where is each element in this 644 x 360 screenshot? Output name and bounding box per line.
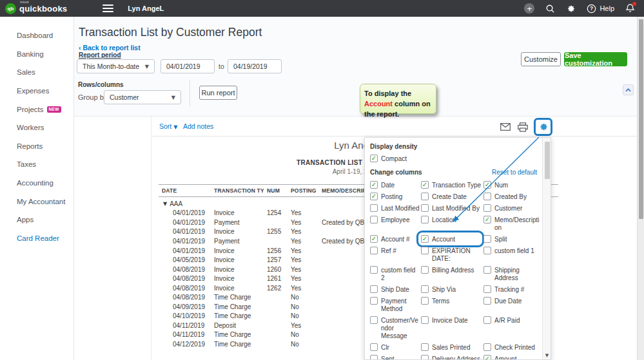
create-button[interactable]: + [524,3,534,14]
column-checkbox-tracking[interactable]: Tracking # [483,285,540,294]
column-checkbox-custom-field-2[interactable]: custom field 2 [370,266,420,282]
column-checkbox-customer-vendor-message[interactable]: Customer/Vendor Message [370,316,420,340]
sidebar-item-banking[interactable]: Banking [0,45,73,64]
column-checkbox-billing-address[interactable]: Billing Address [421,266,483,274]
column-checkbox-customer[interactable]: Customer [483,204,540,213]
sidebar-item-label: Accounting [17,179,54,187]
cell-num: 1254 [264,209,288,218]
column-checkbox-last-modified-by[interactable]: Last Modified By [421,204,483,213]
column-label: Posting [381,193,402,201]
column-checkbox-memo-description[interactable]: ✓Memo/Description [483,216,540,232]
print-button[interactable] [516,120,529,133]
notifications-button[interactable] [625,3,635,14]
page-scrollbar[interactable] [637,17,644,360]
column-checkbox-split[interactable]: Split [483,235,540,243]
column-checkbox-account[interactable]: ✓Account [421,235,483,243]
column-header-transaction-type[interactable]: TRANSACTION TYPE [211,186,264,196]
column-checkbox-terms[interactable]: Terms [421,297,483,305]
sidebar-item-label: Projects [17,106,44,113]
search-icon [545,4,555,14]
unchecked-checkbox-icon [370,247,378,254]
sidebar-item-my-accountant[interactable]: My Accountant [0,192,73,211]
column-checkbox-a-r-paid[interactable]: A/R Paid [483,316,540,325]
column-checkbox-expiration-date[interactable]: EXPIRATION DATE: [421,247,483,263]
cell-num: 1262 [264,283,288,293]
date-from-input[interactable] [161,59,215,73]
scroll-down-icon[interactable]: ▼ [543,353,551,358]
page-scrollbar-thumb[interactable] [639,19,643,219]
column-checkbox-ship-date[interactable]: Ship Date [370,285,420,294]
sidebar-item-taxes[interactable]: Taxes [0,155,73,174]
column-checkbox-custom-field-1[interactable]: custom field 1 [483,247,540,255]
email-button[interactable] [499,120,512,133]
customize-button[interactable]: Customize [521,52,561,66]
sidebar-item-accounting[interactable]: Accounting [0,174,73,193]
column-checkbox-created-by[interactable]: Created By [483,193,540,201]
report-period-select[interactable]: This Month-to-date▼ [77,59,155,73]
column-checkbox-employee[interactable]: Employee [370,216,420,224]
cell-date: 04/01/2019 [159,246,211,256]
panel-scrollbar[interactable]: ▼ [542,138,551,359]
column-checkbox-last-modified[interactable]: Last Modified [370,204,420,213]
sort-dropdown[interactable]: Sort ▼ [159,122,177,130]
reset-to-default-link[interactable]: Reset to default [492,169,537,176]
tooltip-highlight: Account [364,100,393,108]
sidebar-item-dashboard[interactable]: Dashboard [0,26,73,45]
column-checkbox-clr[interactable]: Clr [370,343,420,352]
column-checkbox-location[interactable]: Location [421,216,483,224]
cell-num [264,321,288,330]
settings-button[interactable] [566,4,576,14]
column-checkbox-ref[interactable]: Ref # [370,247,420,255]
back-to-report-list-link[interactable]: ‹ Back to report list [79,44,141,52]
panel-scrollbar-thumb[interactable] [545,142,550,179]
sidebar-item-label: Banking [17,50,44,58]
collapse-section-button[interactable] [623,84,634,95]
report-settings-button[interactable] [534,118,552,136]
add-notes-link[interactable]: Add notes [183,122,213,130]
column-checkbox-transaction-type[interactable]: ✓Transaction Type [421,181,483,189]
cell-type: Invoice [211,283,264,293]
sidebar-item-projects[interactable]: ProjectsNEW [0,100,73,118]
date-to-input[interactable] [228,59,282,73]
brand-name: quickbooks [19,4,67,14]
column-checkbox-amount[interactable]: ✓Amount [483,355,540,360]
column-checkbox-date[interactable]: ✓Date [370,181,420,189]
run-report-button[interactable]: Run report [199,86,237,100]
sidebar-item-label: Card Reader [17,234,59,242]
column-checkbox-delivery-address[interactable]: Delivery Address [421,355,483,360]
help-button[interactable]: ? Help [587,4,614,14]
checked-checkbox-icon: ✓ [421,235,429,243]
column-checkbox-create-date[interactable]: Create Date [421,193,483,201]
column-checkbox-invoice-date[interactable]: Invoice Date [421,316,483,325]
column-checkbox-account[interactable]: ✓Account # [370,235,420,243]
compact-checkbox[interactable]: ✓ Compact [370,155,537,163]
quickbooks-logo[interactable]: qb intuit quickbooks [5,3,67,14]
save-customization-button[interactable]: Save customization [564,52,627,66]
column-checkbox-num[interactable]: ✓Num [483,181,540,189]
column-checkbox-ship-via[interactable]: Ship Via [421,285,483,294]
sidebar-item-card-reader[interactable]: Card Reader [0,229,73,248]
unchecked-checkbox-icon [370,204,378,212]
hamburger-menu-icon[interactable] [102,5,113,12]
sidebar-item-sales[interactable]: Sales [0,63,73,82]
column-checkbox-check-printed[interactable]: Check Printed [483,343,540,352]
unchecked-checkbox-icon [421,355,429,360]
column-checkbox-sales-printed[interactable]: Sales Printed [421,343,483,352]
unchecked-checkbox-icon [370,216,378,223]
column-header-num[interactable]: NUM [264,186,288,196]
sidebar-item-reports[interactable]: Reports [0,137,73,156]
group-by-select[interactable]: Customer▼ [104,90,181,104]
sidebar-item-apps[interactable]: Apps [0,211,73,229]
column-checkbox-due-date[interactable]: Due Date [483,297,540,305]
column-checkbox-shipping-address[interactable]: Shipping Address [483,266,540,282]
column-checkbox-posting[interactable]: ✓Posting [370,193,420,201]
cell-type: Payment [211,218,264,227]
column-checkbox-sent[interactable]: Sent [370,355,420,360]
report-period-label: Report period [79,52,121,59]
sidebar-item-expenses[interactable]: Expenses [0,82,73,100]
search-button[interactable] [545,4,555,14]
column-checkbox-payment-method[interactable]: Payment Method [370,297,420,313]
column-header-posting[interactable]: POSTING [288,186,318,196]
sidebar-item-workers[interactable]: Workers [0,118,73,137]
column-header-date[interactable]: DATE [159,186,211,196]
